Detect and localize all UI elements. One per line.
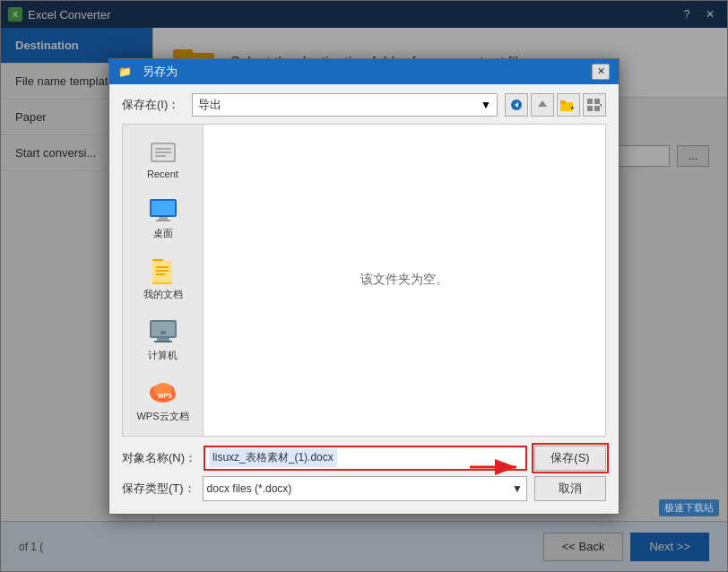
nav-back-icon[interactable]: [505, 93, 528, 117]
filetype-row: 保存类型(T)： docx files (*.docx) ▼ 取消: [122, 476, 606, 501]
save-in-value: 导出: [198, 97, 221, 113]
svg-text:WPS: WPS: [158, 393, 172, 399]
nav-item-computer-label: 计算机: [148, 349, 178, 362]
nav-item-desktop[interactable]: 桌面: [127, 190, 199, 246]
svg-rect-19: [155, 152, 171, 153]
filename-input-text: lisuxz_表格素材_(1).docx: [209, 448, 337, 467]
cancel-button[interactable]: 取消: [534, 476, 606, 501]
dialog-title-icon: 📁: [118, 65, 132, 78]
empty-folder-text: 该文件夹为空。: [360, 272, 448, 288]
filetype-value: docx files (*.docx): [207, 482, 292, 495]
resize-handle[interactable]: ::: [717, 559, 723, 568]
svg-rect-33: [157, 338, 169, 341]
svg-rect-22: [152, 201, 175, 215]
dialog-file-area: 该文件夹为空。: [203, 124, 606, 437]
svg-rect-28: [156, 266, 169, 268]
svg-rect-13: [587, 106, 593, 111]
svg-rect-18: [155, 148, 171, 150]
filename-row: 对象名称(N)： lisuxz_表格素材_(1).docx 保存(S): [122, 446, 606, 471]
dialog-close-button[interactable]: ✕: [592, 64, 610, 80]
svg-rect-24: [156, 220, 170, 221]
cloud-icon: WPS: [147, 378, 179, 407]
save-in-row: 保存在(I)： 导出 ▼: [122, 93, 606, 117]
nav-item-cloud-label: WPS云文档: [136, 410, 188, 423]
filetype-label: 保存类型(T)：: [122, 481, 195, 497]
svg-rect-9: [560, 100, 566, 104]
save-as-dialog: 📁 另存为 ✕ 保存在(I)： 导出 ▼: [108, 58, 620, 515]
dialog-title-text: 另存为: [143, 64, 178, 80]
dialog-main: Recent 桌面: [122, 124, 606, 437]
dialog-body: 保存在(I)： 导出 ▼: [109, 84, 619, 514]
watermark: 极速下载站: [659, 499, 719, 516]
nav-item-computer[interactable]: 计算机: [127, 312, 199, 368]
nav-item-recent-label: Recent: [147, 169, 178, 179]
svg-rect-29: [156, 270, 169, 272]
filename-label: 对象名称(N)：: [122, 450, 196, 466]
nav-item-recent[interactable]: Recent: [127, 132, 199, 185]
svg-rect-23: [159, 217, 168, 220]
svg-rect-30: [156, 273, 165, 275]
svg-rect-14: [594, 106, 600, 111]
folder-nav-controls: +: [505, 93, 606, 117]
nav-item-documents[interactable]: 我的文档: [127, 251, 199, 307]
dialog-left-nav: Recent 桌面: [122, 124, 203, 437]
filetype-select[interactable]: docx files (*.docx) ▼: [203, 476, 527, 501]
desktop-icon: [147, 195, 179, 224]
save-in-label: 保存在(I)：: [122, 97, 185, 113]
filetype-dropdown-icon: ▼: [512, 482, 523, 495]
dropdown-arrow-icon: ▼: [481, 99, 491, 111]
red-arrow-indicator: [470, 456, 524, 478]
nav-item-cloud[interactable]: WPS WPS云文档: [127, 373, 199, 429]
recent-icon: [147, 137, 179, 166]
save-button[interactable]: 保存(S): [534, 446, 606, 471]
svg-rect-12: [594, 99, 600, 104]
documents-icon: [147, 256, 179, 285]
svg-rect-34: [154, 341, 172, 342]
svg-rect-20: [155, 155, 166, 157]
nav-item-documents-label: 我的文档: [143, 288, 183, 301]
svg-rect-11: [587, 99, 593, 104]
view-options-icon[interactable]: [583, 93, 606, 117]
nav-up-icon[interactable]: [531, 93, 554, 117]
svg-marker-15: [600, 104, 602, 108]
dialog-overlay: 📁 另存为 ✕ 保存在(I)： 导出 ▼: [0, 0, 728, 572]
svg-text:+: +: [570, 104, 575, 111]
nav-new-folder-icon[interactable]: +: [557, 93, 580, 117]
save-in-dropdown[interactable]: 导出 ▼: [192, 93, 498, 117]
svg-rect-35: [160, 331, 166, 334]
svg-marker-7: [538, 100, 547, 107]
dialog-title-bar: 📁 另存为 ✕: [109, 59, 619, 84]
nav-item-desktop-label: 桌面: [153, 227, 173, 240]
dialog-bottom: 对象名称(N)： lisuxz_表格素材_(1).docx 保存(S) 保存类型…: [122, 446, 606, 501]
computer-icon: [147, 317, 179, 346]
